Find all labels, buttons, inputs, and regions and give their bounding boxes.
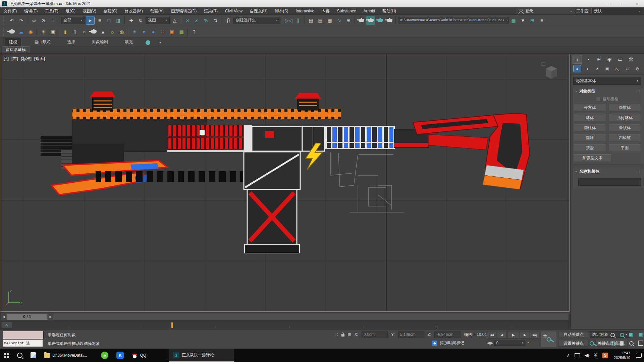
zoom-extents-all-button[interactable]	[636, 331, 644, 338]
autogrid-checkbox[interactable]	[596, 97, 600, 101]
help-button[interactable]: ?	[190, 27, 199, 36]
cubes-stack-button[interactable]: ▦	[177, 27, 186, 36]
menu-content[interactable]: 内容	[318, 7, 333, 15]
menu-rendering[interactable]: 渲染(R)	[200, 7, 221, 15]
snap-toggle-button[interactable]: 3	[183, 16, 192, 25]
spheres-group-button[interactable]: ∷	[158, 27, 167, 36]
network-icon[interactable]	[572, 349, 582, 362]
spinner-icon[interactable]: ⇅	[522, 342, 524, 344]
menu-tools[interactable]: 工具(T)	[41, 7, 62, 15]
cylinder-button[interactable]: 圆柱体	[574, 124, 606, 132]
volume-icon[interactable]: ◀)	[582, 349, 591, 362]
sign-in-button[interactable]: 登录 ▼	[517, 8, 575, 14]
cone-button[interactable]: 圆锥体	[609, 104, 641, 112]
menu-views[interactable]: 视图(V)	[79, 7, 100, 15]
select-and-rotate-button[interactable]: ↻	[136, 16, 145, 25]
angle-snap-button[interactable]: ∠	[193, 16, 201, 25]
select-by-name-button[interactable]: ≡	[95, 16, 104, 25]
selection-lock-icon[interactable]	[341, 334, 344, 337]
menu-edit[interactable]: 编辑(E)	[20, 7, 41, 15]
menu-arnold[interactable]: Arnold	[360, 7, 379, 15]
mirror-button[interactable]: ▷◁	[284, 16, 293, 25]
layer-manager-button[interactable]: ▤	[316, 16, 325, 25]
isolate-selection-icon[interactable]: ∷	[335, 332, 338, 337]
gun-blue-shroud[interactable]	[324, 126, 394, 148]
modify-tab[interactable]: ◔	[583, 55, 593, 64]
close-button[interactable]: ×	[630, 0, 644, 7]
pyramid-button[interactable]: 四棱锥	[609, 134, 641, 142]
sun-light-button[interactable]: ☼	[108, 27, 117, 36]
next-frame-arrow[interactable]: ▶	[48, 313, 53, 320]
window-crossing-toggle-button[interactable]: ◨	[114, 16, 123, 25]
geometry-category[interactable]: ●	[573, 65, 581, 72]
curve-editor-button[interactable]: ∿	[335, 16, 343, 25]
torus-button[interactable]: 圆环	[574, 134, 606, 142]
shapes-category[interactable]: ◖	[583, 65, 591, 72]
viewport-menu-general[interactable]: [+]	[4, 56, 9, 62]
droplet-button[interactable]: ▼	[140, 27, 148, 36]
edit-named-selection-sets-button[interactable]: {}	[224, 16, 233, 25]
align-button[interactable]: ∥	[294, 16, 303, 25]
viewport-menu-edged-faces[interactable]: [边面]	[34, 56, 45, 62]
zoom-button[interactable]	[608, 331, 617, 338]
x-coordinate-field[interactable]: 0.0cm	[362, 331, 388, 338]
spinner-snap-button[interactable]: ⇅	[211, 16, 220, 25]
geosphere-button[interactable]: 几何球体	[609, 114, 641, 122]
toolbar-grip[interactable]	[3, 28, 5, 36]
percent-snap-button[interactable]: %	[202, 16, 211, 25]
time-config-clock-icon[interactable]: ◔	[527, 341, 529, 345]
taskbar-search-button[interactable]	[13, 349, 26, 362]
rectangular-selection-region-button[interactable]: □	[105, 16, 113, 25]
add-time-tag-label[interactable]: 添加时间标记	[440, 340, 464, 346]
box-button[interactable]: 长方体	[574, 104, 606, 112]
absolute-mode-icon[interactable]: ⊞	[348, 332, 351, 337]
redo-button[interactable]: ↷	[17, 16, 25, 25]
viewport-right-view[interactable]: [+] [右] [标准] [边面] Y Z	[1, 54, 570, 312]
blue-sphere-button[interactable]: ●	[149, 27, 158, 36]
k-app-button[interactable]: K	[112, 349, 128, 362]
project-folder-field[interactable]: D:\360MoveData\Users\Administrator\Docum…	[398, 17, 508, 24]
key-filter-icon[interactable]	[590, 341, 594, 346]
select-and-link-button[interactable]: ∞	[30, 16, 38, 25]
menu-graph-editors[interactable]: 图形编辑器(D)	[167, 7, 201, 15]
helpers-category[interactable]: ◺	[613, 65, 621, 72]
menu-civil-view[interactable]: Civil View	[221, 7, 246, 15]
chevron-down-icon[interactable]: ▼	[159, 42, 161, 44]
zoom-region-button[interactable]	[608, 340, 617, 347]
menu-help[interactable]: 帮助(H)	[379, 7, 400, 15]
key-step-icon[interactable]: ◀▶	[487, 341, 493, 345]
utilities-tab[interactable]: ⚒	[626, 55, 636, 64]
render-iterative-button[interactable]	[385, 16, 394, 25]
menu-scripting[interactable]: 脚本(S)	[271, 7, 292, 15]
gun-wireframe-frame[interactable]	[330, 152, 404, 212]
scene-explorer-button[interactable]: ▤	[307, 16, 315, 25]
schematic-view-button[interactable]: ⊞	[344, 16, 353, 25]
minimize-button[interactable]: —	[602, 0, 616, 7]
menu-interactive[interactable]: Interactive	[292, 7, 318, 15]
box-primitive-button[interactable]: ▮	[61, 27, 70, 36]
orbit-button[interactable]	[627, 340, 636, 347]
cameras-category[interactable]: ▣	[603, 65, 611, 72]
ime-indicator[interactable]: 英	[591, 349, 600, 362]
tab-selection[interactable]: 选择	[63, 38, 79, 46]
display-tab[interactable]: ▭	[615, 55, 625, 64]
lights-category[interactable]: ☀	[593, 65, 601, 72]
gun-stock[interactable]	[394, 113, 530, 189]
sphere-primitive-button[interactable]: ○	[80, 27, 89, 36]
select-and-scale-button[interactable]: △	[170, 16, 179, 25]
mini-curve-editor-button[interactable]: ∿	[2, 322, 12, 328]
hierarchy-tab[interactable]: ⊞	[594, 55, 603, 64]
ribbon-toggle-button[interactable]: ▦	[325, 16, 334, 25]
space-warps-category[interactable]: ≋	[623, 65, 631, 72]
menu-group[interactable]: 组(G)	[62, 7, 79, 15]
select-object-button[interactable]: ►	[86, 16, 95, 25]
track-bar[interactable]: ∿	[1, 321, 569, 329]
time-tag-marker[interactable]	[171, 322, 173, 328]
named-selection-sets-dropdown[interactable]: 创建选择集 ▼	[233, 17, 280, 24]
bind-to-space-warp-button[interactable]: ≈	[48, 16, 57, 25]
next-key-button[interactable]: ‖▶	[520, 331, 529, 339]
gun-magazine[interactable]	[244, 152, 300, 253]
pan-view-button[interactable]	[617, 340, 627, 347]
zoom-extents-button[interactable]	[627, 331, 636, 338]
teapot-white-button[interactable]	[7, 27, 16, 36]
